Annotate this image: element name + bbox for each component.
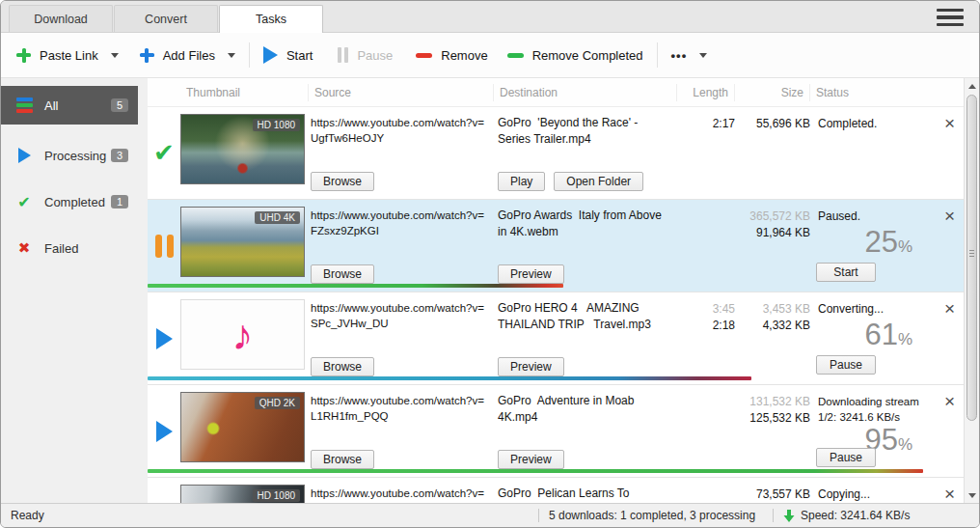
pause-button[interactable]: Pause (816, 448, 876, 467)
status-ready: Ready (1, 509, 538, 522)
task-row[interactable]: UHD 4K https://www.youtube.com/watch?v=F… (148, 200, 964, 292)
source-url: https://www.youtube.com/watch?v=pyI0mOWU… (311, 486, 484, 503)
all-tasks-icon (14, 97, 35, 113)
browse-button[interactable]: Browse (311, 172, 374, 191)
more-actions-button[interactable]: ••• (671, 48, 708, 63)
scrollbar-thumb[interactable] (966, 95, 977, 421)
count-badge: 3 (111, 149, 128, 162)
destination-filename: GoPro Awards Italy from Above in 4K.webm (498, 208, 669, 240)
length-done: 2:18 (677, 318, 735, 334)
sidebar-item-label: Completed (44, 195, 111, 209)
audio-thumbnail: ♪ (180, 299, 305, 370)
size-total: 131,532 KB (735, 394, 810, 410)
column-thumbnail: Thumbnail (148, 84, 309, 101)
task-row[interactable]: ♪ https://www.youtube.com/watch?v=SPc_JV… (148, 292, 964, 385)
progress-percent: 61% (818, 320, 936, 349)
quality-badge: HD 1080 (253, 489, 300, 502)
progress-percent: 25% (818, 227, 936, 257)
close-icon[interactable]: × (941, 114, 959, 132)
tab-bar: Download Convert Tasks (1, 1, 979, 33)
close-icon[interactable]: × (941, 207, 959, 225)
paste-link-button[interactable]: Paste Link (16, 48, 119, 63)
length-cell: 2:17 (677, 107, 735, 199)
remove-button[interactable]: Remove (416, 48, 487, 63)
sidebar-item-label: Processing (44, 149, 111, 163)
main-area: All 5 Processing 3 ✔ Completed 1 ✖ Faile… (1, 78, 979, 503)
video-thumbnail: HD 1080 (180, 114, 305, 184)
pause-icon (338, 47, 348, 63)
destination-filename: GoPro HERO 4 AMAZING THAILAND TRIP Trave… (498, 300, 669, 333)
browse-button[interactable]: Browse (311, 450, 374, 469)
start-button[interactable]: Start (263, 46, 313, 64)
size-done: 91,964 KB (735, 225, 810, 241)
scroll-down-button[interactable] (965, 487, 979, 503)
close-icon[interactable]: × (941, 485, 959, 503)
close-icon[interactable]: × (941, 392, 959, 410)
progress-bar (148, 376, 751, 380)
chevron-down-icon[interactable] (111, 53, 119, 58)
toolbar-divider (657, 42, 658, 68)
source-url: https://www.youtube.com/watch?v=SPc_JVHw… (311, 300, 484, 331)
plus-icon (16, 48, 31, 63)
play-button[interactable]: Play (498, 172, 545, 191)
video-thumbnail: UHD 4K (180, 207, 305, 277)
pause-button[interactable]: Pause (816, 355, 876, 375)
triangle-up-icon (968, 84, 976, 89)
preview-button[interactable]: Preview (498, 264, 564, 284)
task-row[interactable]: ✔ HD 1080 https://www.youtube.com/watch?… (148, 107, 964, 200)
plus-icon (140, 48, 154, 63)
sidebar-item-processing[interactable]: Processing 3 (1, 138, 138, 173)
status-text: Downloading stream 1/2: 3241.6 KB/s (818, 394, 936, 425)
sidebar: All 5 Processing 3 ✔ Completed 1 ✖ Faile… (1, 78, 148, 503)
tab-tasks[interactable]: Tasks (219, 5, 323, 33)
open-folder-button[interactable]: Open Folder (554, 172, 643, 191)
size-cell: 131,532 KB 125,532 KB (735, 385, 810, 477)
length-cell (677, 478, 735, 503)
status-bar: Ready 5 downloads: 1 completed, 3 proces… (1, 503, 979, 527)
add-files-button[interactable]: Add Files (140, 48, 235, 63)
pause-button[interactable]: Pause (338, 47, 393, 63)
add-files-label: Add Files (163, 48, 215, 63)
task-row[interactable]: QHD 2K https://www.youtube.com/watch?v=L… (148, 385, 964, 478)
close-icon[interactable]: × (941, 299, 959, 318)
sidebar-item-completed[interactable]: ✔ Completed 1 (1, 184, 138, 219)
scroll-up-button[interactable] (965, 78, 979, 94)
play-icon (156, 421, 173, 442)
length-cell (677, 200, 735, 292)
hamburger-menu-icon[interactable] (937, 9, 964, 27)
progress-bar (148, 284, 563, 288)
video-thumbnail: QHD 2K (180, 392, 305, 462)
start-button[interactable]: Start (816, 263, 876, 282)
rows-viewport: ✔ HD 1080 https://www.youtube.com/watch?… (148, 107, 964, 503)
column-destination: Destination (494, 84, 677, 101)
chevron-down-icon[interactable] (228, 53, 235, 58)
size-cell: 55,696 KB (735, 107, 810, 199)
remove-label: Remove (441, 48, 487, 63)
tab-download[interactable]: Download (9, 5, 113, 32)
sidebar-item-failed[interactable]: ✖ Failed (1, 231, 138, 265)
remove-completed-label: Remove Completed (532, 48, 643, 63)
status-speed: Speed: 3241.64 KB/s (773, 509, 979, 522)
quality-badge: HD 1080 (253, 119, 300, 131)
column-size: Size (735, 84, 810, 101)
preview-button[interactable]: Preview (498, 450, 564, 469)
source-url: https://www.youtube.com/watch?v=L1RH1fm_… (311, 393, 484, 424)
pause-icon (155, 235, 174, 258)
status-text: Copying... (818, 486, 936, 503)
size-done: 125,532 KB (735, 410, 810, 427)
preview-button[interactable]: Preview (498, 357, 564, 376)
size-cell: 365,572 KB 91,964 KB (735, 200, 810, 292)
vertical-scrollbar[interactable] (964, 78, 979, 503)
tab-convert[interactable]: Convert (114, 5, 218, 32)
size-cell: 3,453 KB 4,332 KB (735, 292, 810, 384)
task-row[interactable]: HD 1080 https://www.youtube.com/watch?v=… (148, 478, 964, 503)
music-note-icon: ♪ (232, 314, 254, 356)
browse-button[interactable]: Browse (311, 357, 374, 376)
column-length: Length (677, 84, 735, 101)
toolbar-divider (249, 42, 250, 68)
sidebar-item-label: Failed (44, 241, 138, 256)
remove-completed-button[interactable]: Remove Completed (507, 48, 643, 63)
browse-button[interactable]: Browse (311, 264, 374, 284)
sidebar-item-all[interactable]: All 5 (1, 86, 138, 125)
play-icon (156, 328, 173, 349)
